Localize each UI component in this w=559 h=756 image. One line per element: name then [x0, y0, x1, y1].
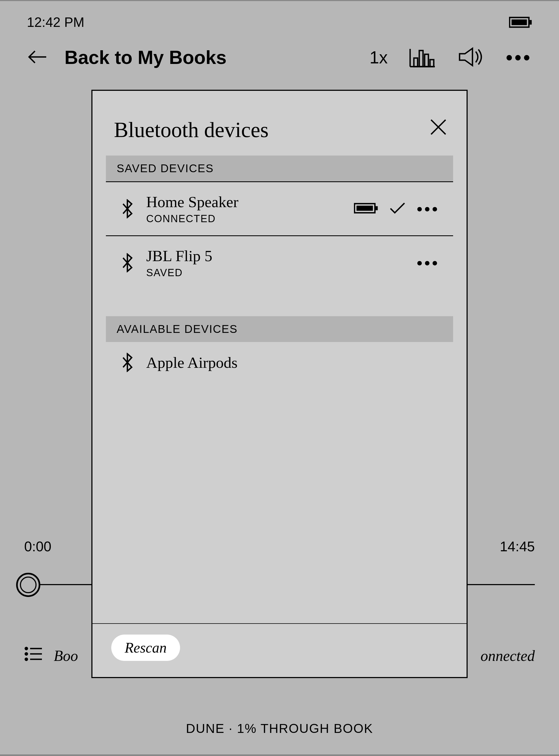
svg-point-12 [25, 653, 27, 655]
device-name: Apple Airpods [146, 353, 440, 371]
nav-title: Back to My Books [65, 47, 227, 68]
svg-rect-2 [530, 20, 532, 24]
device-status: SAVED [146, 267, 406, 279]
svg-marker-10 [460, 48, 472, 66]
book-progress: DUNE · 1% THROUGH BOOK [0, 721, 559, 736]
device-status: CONNECTED [146, 213, 343, 225]
elapsed-time: 0:00 [24, 539, 51, 554]
bluetooth-modal: Bluetooth devices SAVED DEVICES Home Spe… [91, 90, 468, 678]
modal-title: Bluetooth devices [114, 118, 268, 142]
svg-rect-9 [430, 60, 434, 67]
device-battery-icon [354, 202, 378, 215]
device-row[interactable]: Apple Airpods [106, 342, 453, 383]
available-devices-header: AVAILABLE DEVICES [106, 316, 453, 342]
device-name: Home Speaker [146, 193, 343, 211]
remaining-time: 14:45 [500, 539, 535, 554]
svg-rect-7 [419, 50, 423, 67]
saved-devices-header: SAVED DEVICES [106, 156, 453, 182]
more-menu-icon[interactable]: ••• [506, 47, 532, 68]
check-icon [389, 202, 406, 216]
device-more-icon[interactable]: ••• [417, 254, 440, 272]
playback-speed-button[interactable]: 1x [370, 48, 388, 67]
device-row[interactable]: Home Speaker CONNECTED [106, 182, 453, 236]
device-name: JBL Flip 5 [146, 247, 406, 265]
close-icon[interactable] [429, 118, 448, 136]
svg-rect-6 [414, 58, 418, 67]
bluetooth-icon [119, 253, 135, 272]
nav-bar: Back to My Books 1x [0, 36, 559, 85]
scrubber-knob[interactable] [16, 573, 40, 597]
bluetooth-icon [119, 199, 135, 219]
bottom-left-text: Boo [54, 647, 78, 664]
back-button[interactable]: Back to My Books [27, 47, 370, 68]
svg-rect-20 [357, 206, 373, 211]
device-more-icon[interactable]: ••• [417, 200, 440, 218]
battery-icon [509, 16, 532, 28]
svg-rect-21 [376, 206, 378, 210]
svg-rect-8 [425, 54, 428, 67]
back-arrow-icon [27, 49, 48, 66]
svg-rect-1 [512, 20, 527, 25]
svg-point-13 [25, 658, 27, 660]
rescan-button[interactable]: Rescan [111, 635, 180, 661]
svg-point-11 [25, 647, 27, 649]
speaker-icon[interactable] [457, 46, 484, 69]
bluetooth-icon [119, 353, 135, 372]
status-bar: 12:42 PM [0, 1, 559, 36]
bottom-right-text: onnected [480, 647, 535, 664]
equalizer-icon[interactable] [409, 46, 436, 69]
toc-icon[interactable] [24, 646, 43, 665]
clock: 12:42 PM [27, 15, 84, 30]
device-row[interactable]: JBL Flip 5 SAVED ••• [106, 236, 453, 289]
